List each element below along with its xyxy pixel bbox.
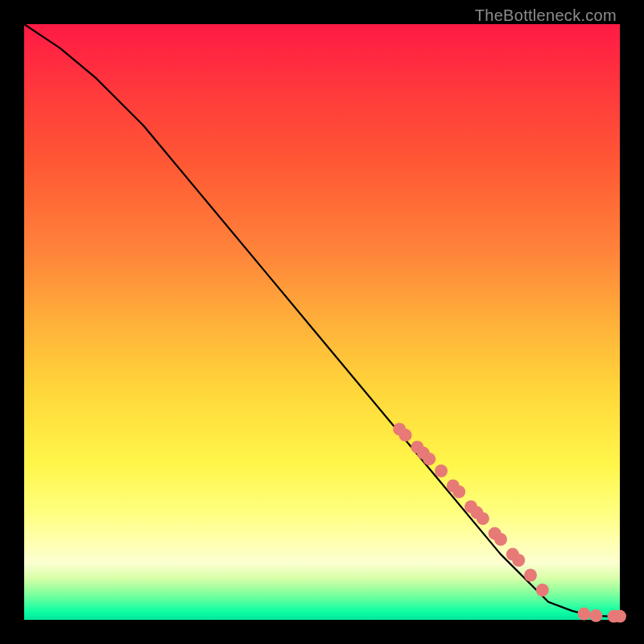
chart-point (477, 512, 489, 525)
chart-overlay (24, 24, 620, 620)
chart-point (399, 429, 412, 442)
attribution-label: TheBottleneck.com (475, 6, 617, 25)
chart-point (512, 554, 525, 567)
chart-point (589, 609, 602, 622)
chart-point (536, 584, 549, 597)
chart-point (452, 485, 465, 498)
chart-line (24, 24, 620, 617)
chart-point (578, 608, 591, 621)
chart-point (494, 533, 507, 546)
chart-plot-area (24, 24, 620, 620)
chart-point (524, 569, 537, 582)
chart-point (435, 464, 448, 477)
chart-point (423, 452, 436, 465)
chart-point (613, 610, 626, 623)
